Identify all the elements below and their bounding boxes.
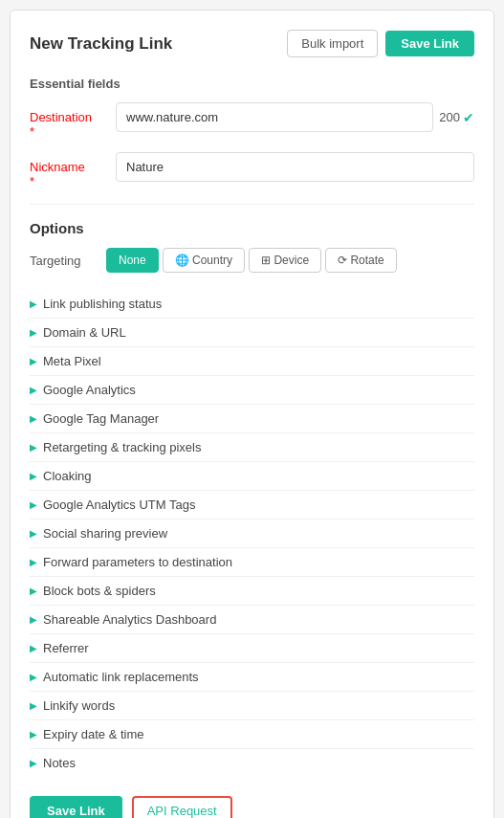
arrow-right-icon: ▶ [30, 298, 37, 309]
arrow-right-icon: ▶ [30, 327, 37, 338]
options-item-label: Social sharing preview [43, 526, 167, 541]
nickname-input[interactable] [116, 152, 474, 182]
options-list-item-referrer[interactable]: ▶Referrer [30, 634, 474, 663]
options-label: Options [30, 220, 474, 236]
options-item-label: Forward parameters to destination [43, 555, 232, 569]
arrow-right-icon: ▶ [30, 614, 37, 625]
destination-input[interactable] [116, 102, 433, 132]
arrow-right-icon: ▶ [30, 385, 37, 395]
options-item-label: Linkify words [43, 698, 115, 713]
device-icon: ⊞ [261, 254, 271, 267]
options-list-item-retargeting-tracking-pixels[interactable]: ▶Retargeting & tracking pixels [30, 433, 474, 462]
targeting-row: Targeting None 🌐 Country ⊞ Device ⟳ Rota… [30, 248, 474, 273]
arrow-right-icon: ▶ [30, 442, 37, 453]
targeting-buttons: None 🌐 Country ⊞ Device ⟳ Rotate [106, 248, 397, 273]
options-list-item-forward-parameters[interactable]: ▶Forward parameters to destination [30, 548, 474, 577]
new-tracking-link-card: New Tracking Link Bulk import Save Link … [10, 10, 494, 818]
bulk-import-button[interactable]: Bulk import [287, 30, 378, 57]
arrow-right-icon: ▶ [30, 586, 37, 596]
options-list-item-google-analytics[interactable]: ▶Google Analytics [30, 376, 474, 405]
options-item-label: Google Analytics UTM Tags [43, 497, 195, 512]
options-item-label: Link publishing status [43, 297, 162, 311]
options-list-item-meta-pixel[interactable]: ▶Meta Pixel [30, 347, 474, 376]
arrow-right-icon: ▶ [30, 557, 37, 567]
rotate-icon: ⟳ [338, 254, 347, 267]
essential-fields-section: Essential fields Destination * 200 ✔ Nic… [30, 77, 474, 188]
header-actions: Bulk import Save Link [287, 30, 474, 57]
options-item-label: Shareable Analytics Dashboard [43, 612, 216, 627]
divider [30, 204, 474, 205]
options-section: Options Targeting None 🌐 Country ⊞ Devic… [30, 220, 474, 777]
options-item-label: Domain & URL [43, 325, 126, 340]
destination-label: Destination * [30, 102, 106, 139]
arrow-right-icon: ▶ [30, 643, 37, 653]
options-list: ▶Link publishing status▶Domain & URL▶Met… [30, 290, 474, 777]
options-item-label: Block bots & spiders [43, 584, 156, 598]
check-icon: ✔ [463, 110, 474, 125]
options-item-label: Cloaking [43, 469, 92, 483]
destination-input-wrap: 200 ✔ [116, 102, 474, 132]
nickname-label: Nickname * [30, 152, 106, 188]
targeting-country-button[interactable]: 🌐 Country [163, 248, 245, 273]
save-link-header-button[interactable]: Save Link [385, 31, 474, 56]
options-list-item-domain-url[interactable]: ▶Domain & URL [30, 319, 474, 347]
destination-required-marker: * [30, 124, 34, 139]
arrow-right-icon: ▶ [30, 528, 37, 539]
arrow-right-icon: ▶ [30, 471, 37, 481]
options-item-label: Meta Pixel [43, 354, 101, 368]
options-list-item-google-analytics-utm-tags[interactable]: ▶Google Analytics UTM Tags [30, 491, 474, 520]
options-list-item-block-bots[interactable]: ▶Block bots & spiders [30, 577, 474, 606]
arrow-right-icon: ▶ [30, 700, 37, 711]
arrow-right-icon: ▶ [30, 758, 37, 768]
char-count: 200 ✔ [439, 110, 474, 125]
options-list-item-notes[interactable]: ▶Notes [30, 749, 474, 777]
options-list-item-cloaking[interactable]: ▶Cloaking [30, 462, 474, 491]
options-list-item-link-publishing-status[interactable]: ▶Link publishing status [30, 290, 474, 319]
targeting-device-button[interactable]: ⊞ Device [249, 248, 321, 273]
destination-field-row: Destination * 200 ✔ [30, 102, 474, 139]
options-item-label: Referrer [43, 641, 89, 655]
options-item-label: Notes [43, 756, 76, 770]
arrow-right-icon: ▶ [30, 672, 37, 682]
options-item-label: Retargeting & tracking pixels [43, 440, 201, 454]
bottom-actions: Save Link API Request [30, 790, 474, 818]
api-request-button[interactable]: API Request [132, 796, 232, 818]
options-list-item-linkify-words[interactable]: ▶Linkify words [30, 692, 474, 720]
globe-icon: 🌐 [175, 254, 189, 267]
options-list-item-google-tag-manager[interactable]: ▶Google Tag Manager [30, 405, 474, 433]
options-item-label: Google Analytics [43, 383, 136, 397]
nickname-field-row: Nickname * [30, 152, 474, 188]
save-link-bottom-button[interactable]: Save Link [30, 796, 122, 818]
page-header: New Tracking Link Bulk import Save Link [30, 30, 474, 57]
arrow-right-icon: ▶ [30, 413, 37, 424]
arrow-right-icon: ▶ [30, 729, 37, 740]
arrow-right-icon: ▶ [30, 356, 37, 366]
options-list-item-shareable-analytics[interactable]: ▶Shareable Analytics Dashboard [30, 606, 474, 634]
essential-fields-label: Essential fields [30, 77, 474, 91]
options-list-item-automatic-link-replacements[interactable]: ▶Automatic link replacements [30, 663, 474, 692]
nickname-required-marker: * [30, 174, 34, 188]
targeting-label: Targeting [30, 254, 97, 268]
options-item-label: Google Tag Manager [43, 411, 159, 426]
arrow-right-icon: ▶ [30, 499, 37, 510]
options-item-label: Expiry date & time [43, 727, 144, 741]
nickname-input-wrap [116, 152, 474, 182]
targeting-rotate-button[interactable]: ⟳ Rotate [325, 248, 397, 273]
options-item-label: Automatic link replacements [43, 670, 199, 684]
page-title: New Tracking Link [30, 34, 172, 54]
options-list-item-expiry-date-time[interactable]: ▶Expiry date & time [30, 720, 474, 749]
options-list-item-social-sharing-preview[interactable]: ▶Social sharing preview [30, 520, 474, 548]
targeting-none-button[interactable]: None [106, 248, 159, 273]
